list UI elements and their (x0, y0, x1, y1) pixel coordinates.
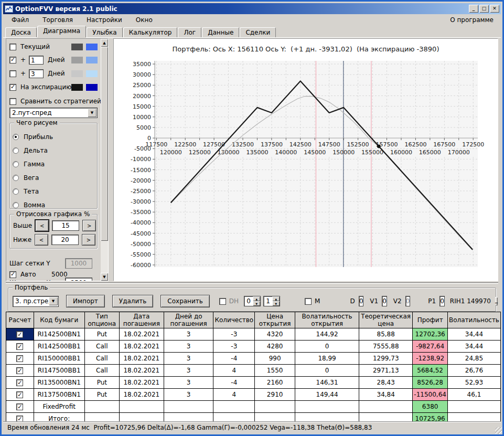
tab-diagram[interactable]: Диаграмма (37, 26, 86, 37)
expiration-color2-swatch[interactable] (86, 84, 98, 91)
cell-date: 18.02.2021 (119, 328, 164, 341)
above-percent-input[interactable]: 15 (52, 220, 79, 231)
p1-input[interactable]: 0 (439, 296, 445, 306)
plus3-days-input[interactable]: 3 (29, 69, 44, 78)
cell-date: 18.02.2021 (119, 353, 164, 365)
plus1-color1-swatch[interactable] (71, 57, 83, 63)
row-calc-cell: ✓ (6, 365, 34, 377)
dh-spinner-1[interactable]: 0 ▲▼ (244, 296, 261, 306)
spin-up-icon[interactable]: ▲ (272, 296, 280, 301)
dh-checkbox[interactable]: ✓ (219, 298, 226, 305)
svg-text:-55000: -55000 (131, 251, 151, 258)
plus3-color2-swatch[interactable] (86, 70, 98, 77)
radio-Гамма[interactable] (13, 161, 19, 167)
plus3-color1-swatch[interactable] (71, 70, 83, 77)
tab-calculator[interactable]: Калькулятор (123, 27, 178, 37)
menu-item-about[interactable]: О программе (443, 15, 501, 25)
sidebar-scrollbar[interactable]: ▲ ▼ (101, 39, 108, 281)
chevron-down-icon[interactable]: ▼ (88, 109, 96, 117)
radio-Вега[interactable] (13, 175, 19, 181)
tab-smile[interactable]: Улыбка (87, 27, 122, 37)
close-button[interactable]: ✕ (490, 5, 499, 13)
spin-up-icon[interactable]: ▲ (253, 296, 260, 301)
row-calc-cell: ✓ (6, 401, 34, 413)
below-percent-input[interactable]: 20 (51, 235, 79, 245)
grid-x-input[interactable]: 2500 (65, 278, 92, 281)
row-enabled-checkbox[interactable]: ✓ (16, 331, 23, 338)
plus3-checkbox[interactable]: ✓ (9, 70, 16, 77)
cell-profit: 5684,52 (413, 365, 448, 377)
cell-code: RI135000BN1 (34, 377, 84, 389)
tab-data[interactable]: Данные (202, 27, 239, 37)
maximize-button[interactable]: □ (479, 5, 489, 13)
collapse-button[interactable]: _ (495, 297, 498, 305)
splitter[interactable] (6, 282, 498, 284)
row-enabled-checkbox[interactable]: ✓ (16, 343, 23, 350)
portfolio-strategy-select[interactable]: 3. пр.стредл ▼ (13, 296, 59, 307)
m-checkbox[interactable]: ✓ (305, 298, 312, 305)
menu-item-file[interactable]: Файл (6, 15, 34, 25)
svg-text:155000: 155000 (361, 149, 383, 156)
draw-what-title: Чего рисуем (14, 119, 60, 126)
above-decrease-button[interactable]: < (35, 220, 49, 231)
expiration-color1-swatch[interactable] (71, 84, 83, 91)
row-enabled-checkbox[interactable]: ✓ (16, 391, 23, 398)
chevron-down-icon[interactable]: ▼ (49, 297, 58, 305)
resize-grip[interactable] (495, 427, 502, 434)
row-enabled-checkbox[interactable]: ✓ (16, 379, 23, 386)
compare-checkbox[interactable]: ✓ (9, 98, 16, 105)
column-header-10: Волатильность (447, 312, 500, 328)
cell-open: 2160 (255, 377, 295, 389)
menu-item-trading[interactable]: Торговля (37, 15, 78, 25)
radio-Дельта[interactable] (13, 147, 19, 154)
svg-text:0: 0 (147, 135, 151, 142)
plus1-color2-swatch[interactable] (86, 57, 98, 63)
title-bar[interactable]: OptionFVV версия 2.1 public _ □ ✕ (3, 3, 501, 14)
scrollbar-thumb[interactable] (101, 47, 108, 241)
current-checkbox[interactable]: ✓ (9, 44, 16, 50)
auto-step-value: 5000 (51, 271, 68, 278)
tab-trades[interactable]: Сделки (240, 27, 276, 37)
payoff-chart[interactable]: 1175001200001225001250001275001300001325… (114, 53, 498, 276)
radio-Вомма[interactable] (13, 202, 19, 208)
spin-down-icon[interactable]: ▼ (253, 301, 260, 306)
tab-board[interactable]: Доска (5, 27, 37, 37)
radio-Тета[interactable] (13, 188, 19, 195)
delete-button[interactable]: Удалить (112, 295, 154, 307)
tab-log[interactable]: Лог (178, 27, 201, 37)
current-color1-swatch[interactable] (71, 44, 83, 50)
dh-spinner-2[interactable]: 1 ▲▼ (263, 296, 280, 306)
scroll-up-icon[interactable]: ▲ (101, 39, 108, 47)
import-button[interactable]: Импорт (66, 295, 105, 307)
menu-item-settings[interactable]: Настройки (81, 15, 127, 25)
cell-vol_open: 18,99 (295, 353, 359, 365)
scroll-down-icon[interactable]: ▼ (101, 273, 108, 281)
menu-item-window[interactable]: Окно (131, 15, 158, 25)
below-increase-button[interactable]: > (82, 234, 95, 246)
radio-Прибыль[interactable] (13, 134, 19, 140)
d-input[interactable]: 0 (359, 296, 364, 306)
minimize-button[interactable]: _ (469, 5, 478, 13)
above-increase-button[interactable]: > (82, 220, 96, 231)
plus1-days-input[interactable]: 1 (29, 56, 44, 65)
v1-input[interactable]: 0 (382, 296, 387, 306)
cell-theor: 85,88 (359, 328, 413, 341)
row-enabled-checkbox[interactable]: ✓ (16, 355, 23, 362)
svg-text:25000: 25000 (133, 82, 151, 89)
plus1-checkbox[interactable]: ✓ (9, 57, 16, 63)
spin-down-icon[interactable]: ▼ (272, 301, 280, 306)
current-color2-swatch[interactable] (86, 44, 98, 50)
expiration-checkbox[interactable]: ✓ (9, 84, 16, 91)
positions-table: РасчетКод бумагиТип опционаДата погашени… (6, 312, 501, 425)
save-button[interactable]: Сохранить (160, 295, 210, 307)
column-header-7: Волатильность открытия (295, 312, 359, 328)
column-header-5: Количество (213, 312, 255, 328)
cell-qty: 4 (213, 365, 255, 377)
row-enabled-checkbox[interactable]: ✓ (16, 367, 23, 374)
y-tick-labels: 35000300002500020000150001000050000-5000… (131, 61, 155, 269)
below-decrease-button[interactable]: < (35, 234, 48, 246)
auto-checkbox[interactable]: ✓ (9, 271, 16, 278)
row-enabled-checkbox[interactable]: ✓ (16, 403, 23, 410)
strategy-select-value: 2.пут-спред (10, 109, 88, 116)
strategy-select[interactable]: 2.пут-спред ▼ (9, 108, 98, 118)
